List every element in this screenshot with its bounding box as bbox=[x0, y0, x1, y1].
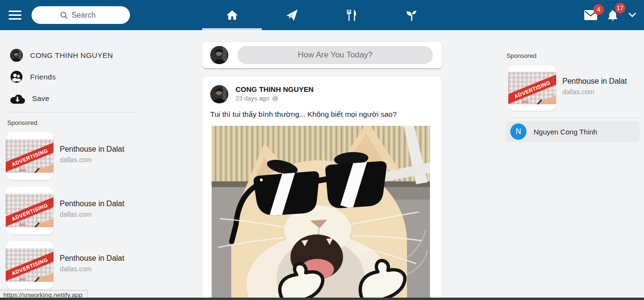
top-navbar: 4 17 bbox=[0, 0, 644, 30]
sponsored-ad[interactable]: WEBSITE SEO ADVERTISING Penthouse in Dal… bbox=[6, 187, 140, 234]
tab-messages[interactable] bbox=[262, 0, 322, 30]
left-sidebar: CONG THINH NGUYEN Friends Save Sponsored bbox=[6, 30, 140, 296]
tab-food[interactable] bbox=[322, 0, 381, 30]
post-text: Tui thì tui thấy bình thường... Không bi… bbox=[210, 110, 397, 119]
navbar-actions: 4 17 bbox=[584, 0, 636, 30]
contact-avatar: N bbox=[510, 123, 526, 140]
ad-url: dallas.com bbox=[60, 265, 124, 273]
search-icon bbox=[60, 11, 68, 20]
ad-title: Penthouse in Dalat bbox=[562, 77, 627, 86]
sponsored-ad-right[interactable]: WEBSITE SEO ADVERTISING Penthouse in Dal… bbox=[508, 65, 627, 111]
window-bottom-edge bbox=[0, 298, 644, 300]
hand-with-pen bbox=[36, 164, 54, 173]
profile-avatar bbox=[10, 49, 23, 62]
tab-garden[interactable] bbox=[381, 0, 441, 30]
ad-image: WEBSITE SEO ADVERTISING bbox=[6, 241, 54, 289]
friends-icon bbox=[10, 70, 23, 83]
tab-home[interactable] bbox=[202, 0, 262, 30]
sponsored-heading: Sponsored bbox=[7, 119, 140, 126]
status-composer: How Are You Today? bbox=[202, 42, 442, 68]
account-menu-button[interactable] bbox=[628, 12, 636, 18]
save-cloud-icon bbox=[10, 93, 25, 104]
hand-with-pen bbox=[36, 218, 54, 227]
hand-with-pen bbox=[36, 273, 54, 282]
paper-plane-icon bbox=[285, 9, 298, 22]
hamburger-icon bbox=[9, 11, 21, 12]
mail-badge: 4 bbox=[593, 4, 604, 15]
contact-name: Nguyen Cong Thinh bbox=[534, 128, 597, 136]
menu-button[interactable] bbox=[9, 11, 21, 20]
status-input[interactable]: How Are You Today? bbox=[237, 46, 433, 64]
nav-tabs bbox=[202, 0, 441, 30]
sidebar-item-friends[interactable]: Friends bbox=[6, 66, 140, 88]
sponsored-ad[interactable]: WEBSITE SEO ADVERTISING Penthouse in Dal… bbox=[6, 132, 140, 180]
home-icon bbox=[225, 9, 239, 22]
hand-with-pen bbox=[539, 95, 556, 104]
sidebar-item-save[interactable]: Save bbox=[6, 88, 140, 109]
mail-button[interactable]: 4 bbox=[584, 10, 597, 20]
ad-image: WEBSITE SEO ADVERTISING bbox=[6, 132, 54, 180]
post-timestamp: 23 days ago bbox=[236, 95, 269, 102]
ad-title: Penthouse in Dalat bbox=[60, 254, 124, 263]
post-image-cat-meme[interactable] bbox=[212, 126, 430, 300]
notifications-button[interactable]: 17 bbox=[607, 9, 619, 22]
sidebar-item-label: Friends bbox=[30, 73, 56, 81]
sponsored-ad[interactable]: WEBSITE SEO ADVERTISING Penthouse in Dal… bbox=[6, 241, 140, 289]
search-input[interactable] bbox=[72, 11, 102, 20]
feed-post: CONG THINH NGUYEN 23 days ago Tui thì tu… bbox=[202, 77, 442, 300]
post-meta: 23 days ago bbox=[236, 95, 279, 102]
search-box[interactable] bbox=[32, 6, 130, 24]
ad-title: Penthouse in Dalat bbox=[60, 145, 124, 154]
post-author-name[interactable]: CONG THINH NGUYEN bbox=[236, 85, 313, 93]
sidebar-item-profile[interactable]: CONG THINH NGUYEN bbox=[6, 44, 140, 66]
ad-url: dallas.com bbox=[60, 156, 124, 164]
seedling-icon bbox=[405, 9, 418, 22]
post-author-avatar[interactable] bbox=[210, 85, 228, 103]
ad-url: dallas.com bbox=[60, 211, 124, 218]
utensils-icon bbox=[345, 9, 358, 22]
app-window: 4 17 bbox=[0, 0, 644, 300]
sidebar-divider bbox=[7, 112, 139, 112]
composer-avatar bbox=[210, 46, 228, 64]
ad-url: dallas.com bbox=[562, 88, 627, 96]
right-sidebar-divider bbox=[508, 118, 640, 118]
ad-image: WEBSITE SEO ADVERTISING bbox=[6, 187, 54, 234]
ad-title: Penthouse in Dalat bbox=[60, 200, 124, 208]
sidebar-item-label: Save bbox=[32, 94, 50, 103]
notifications-badge: 17 bbox=[615, 3, 625, 13]
sponsored-heading-right: Sponsored bbox=[506, 52, 537, 59]
profile-name: CONG THINH NGUYEN bbox=[30, 51, 113, 60]
ad-image: WEBSITE SEO ADVERTISING bbox=[508, 65, 556, 111]
contact-nguyen-cong-thinh[interactable]: N Nguyen Cong Thinh bbox=[505, 121, 640, 142]
globe-icon bbox=[272, 95, 279, 102]
chevron-down-icon bbox=[628, 12, 636, 18]
